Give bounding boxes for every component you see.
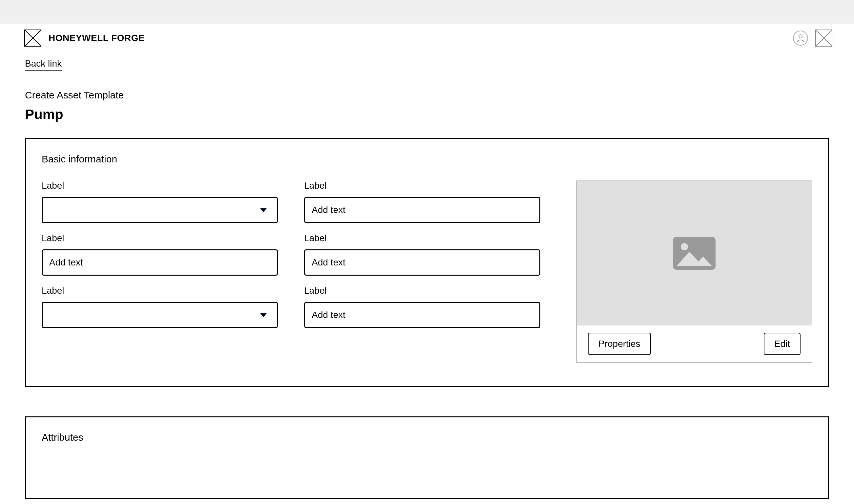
field-label: Label <box>304 233 540 244</box>
asset-image-card: Properties Edit <box>576 180 812 363</box>
text-field-2-left[interactable] <box>42 249 278 276</box>
breadcrumb: Create Asset Template <box>25 90 829 101</box>
field-label: Label <box>304 286 540 296</box>
close-icon[interactable] <box>815 30 832 47</box>
brand-title: HONEYWELL FORGE <box>49 33 145 43</box>
chevron-down-icon <box>260 208 267 212</box>
select-field-1-left[interactable] <box>42 197 278 223</box>
page-title: Pump <box>25 107 829 122</box>
basic-information-panel: Basic information Label Label <box>25 138 829 387</box>
field-label: Label <box>42 233 278 244</box>
attributes-panel: Attributes <box>25 416 829 499</box>
image-placeholder <box>577 181 812 325</box>
field-label: Label <box>42 180 278 191</box>
svg-point-0 <box>799 35 802 38</box>
text-input[interactable] <box>49 250 270 275</box>
select-field-3-left[interactable] <box>42 302 278 328</box>
svg-point-2 <box>681 243 688 250</box>
text-field-3-right[interactable] <box>304 302 540 328</box>
user-icon <box>797 34 804 42</box>
image-icon <box>673 237 715 270</box>
text-input[interactable] <box>312 198 533 222</box>
field-label: Label <box>42 286 278 296</box>
section-title-attributes: Attributes <box>42 432 812 443</box>
section-title-basic: Basic information <box>42 154 812 165</box>
user-avatar-button[interactable] <box>793 31 808 46</box>
app-bar: HONEYWELL FORGE <box>2 24 852 53</box>
text-input[interactable] <box>312 303 533 327</box>
text-input[interactable] <box>312 250 533 275</box>
browser-chrome-topbar <box>0 0 854 24</box>
properties-button[interactable]: Properties <box>588 333 651 355</box>
back-link[interactable]: Back link <box>25 58 62 71</box>
text-field-2-right[interactable] <box>304 249 540 276</box>
logo-placeholder-icon <box>24 30 41 47</box>
chevron-down-icon <box>260 313 267 317</box>
field-label: Label <box>304 180 540 191</box>
edit-button[interactable]: Edit <box>764 333 801 355</box>
text-field-1-right[interactable] <box>304 197 540 223</box>
